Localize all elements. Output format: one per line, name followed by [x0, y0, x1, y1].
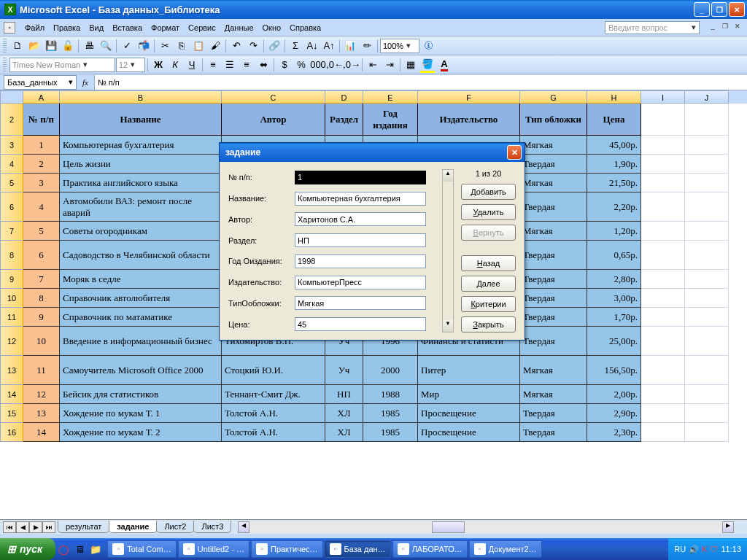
taskbar-item[interactable]: ▫Untitled2 - … [178, 540, 249, 558]
field-input-5[interactable] [295, 276, 426, 289]
merge-icon[interactable]: ⬌ [255, 57, 271, 73]
select-all-corner[interactable] [0, 90, 23, 104]
col-header-C[interactable]: C [222, 90, 325, 104]
bold-icon[interactable]: Ж [150, 57, 166, 73]
field-input-0[interactable] [295, 171, 426, 184]
cell[interactable] [685, 174, 729, 192]
paste-icon[interactable]: 📋 [190, 38, 206, 54]
cell[interactable]: Стоцкий Ю.И. [222, 356, 325, 385]
mdi-minimize[interactable]: _ [707, 23, 719, 33]
dec-indent-icon[interactable]: ⇤ [365, 57, 381, 73]
sheet-tab-Лист3[interactable]: Лист3 [193, 521, 231, 533]
taskbar-item[interactable]: ▫Total Com… [107, 540, 177, 558]
permission-icon[interactable]: 🔓 [60, 38, 76, 54]
maximize-button[interactable]: ❐ [711, 2, 727, 17]
cut-icon[interactable]: ✂ [157, 38, 173, 54]
cell[interactable]: 2 [23, 155, 60, 174]
menu-справка[interactable]: Справка [285, 22, 325, 34]
cell[interactable]: Бейсик для статистиков [60, 385, 222, 404]
redo-icon[interactable]: ↷ [245, 38, 261, 54]
cell[interactable]: Самоучитель Microsoft Office 2000 [60, 356, 222, 385]
cell[interactable]: 21,50р. [587, 174, 641, 192]
field-input-1[interactable] [295, 192, 426, 206]
zoom-combo[interactable]: 100% [380, 39, 419, 53]
table-header[interactable]: № п/п [23, 104, 60, 136]
preview-icon[interactable]: 🔍 [98, 38, 114, 54]
cell[interactable]: 2,90р. [587, 404, 641, 423]
cell[interactable]: 2,00р. [587, 385, 641, 404]
close-button[interactable]: ✕ [729, 2, 745, 17]
menu-файл[interactable]: Файл [20, 22, 49, 34]
cell[interactable]: Мягкая [520, 174, 587, 192]
system-tray[interactable]: RU 🔊 K 🛡 11:13 [668, 538, 747, 560]
font-color-icon[interactable]: А [436, 57, 452, 73]
col-header-D[interactable]: D [325, 90, 363, 104]
tray-icon[interactable]: 🔊 [689, 545, 699, 554]
col-header-J[interactable]: J [685, 90, 729, 104]
cell[interactable] [641, 308, 685, 327]
sheet-tab-Лист2[interactable]: Лист2 [156, 521, 194, 533]
menu-данные[interactable]: Данные [220, 22, 258, 34]
dialog-close-icon[interactable]: ✕ [507, 145, 522, 160]
sheet-first-icon[interactable]: ⏮ [3, 521, 16, 533]
cell[interactable]: Теннант-Смит Дж. [222, 385, 325, 404]
row-header[interactable]: 5 [0, 174, 23, 192]
cell[interactable]: 9 [23, 308, 60, 327]
dialog-scrollbar[interactable]: ▲▼ [442, 169, 454, 332]
cell[interactable]: Цель жизни [60, 155, 222, 174]
cell[interactable] [685, 104, 729, 136]
cell[interactable]: Советы огородникам [60, 222, 222, 241]
cell[interactable] [685, 241, 729, 270]
cell[interactable] [685, 222, 729, 241]
sheet-next-icon[interactable]: ▶ [29, 521, 42, 533]
cell[interactable] [641, 192, 685, 222]
field-input-3[interactable] [295, 233, 426, 247]
cell[interactable] [641, 404, 685, 423]
formula-input[interactable]: № п/п [94, 75, 747, 90]
cell[interactable]: 13 [23, 404, 60, 423]
align-left-icon[interactable]: ≡ [205, 57, 221, 73]
cell[interactable] [641, 385, 685, 404]
cell[interactable] [641, 270, 685, 289]
cell[interactable]: Хождение по мукам Т. 2 [60, 423, 222, 442]
dlg-btn-Вернуть[interactable]: Вернуть [461, 225, 516, 241]
autosum-icon[interactable]: Σ [287, 38, 303, 54]
open-icon[interactable]: 📂 [26, 38, 42, 54]
mdi-close[interactable]: ✕ [732, 23, 743, 33]
row-header[interactable]: 13 [0, 356, 23, 385]
cell[interactable]: Мягкая [520, 385, 587, 404]
align-right-icon[interactable]: ≡ [239, 57, 255, 73]
inc-indent-icon[interactable]: ⇥ [382, 57, 398, 73]
cell[interactable]: 2,20р. [587, 192, 641, 222]
inc-decimal-icon[interactable]: ,0← [327, 57, 343, 73]
cell[interactable]: Мягкая [520, 356, 587, 385]
cell[interactable]: 3 [23, 174, 60, 192]
cell[interactable]: 8 [23, 289, 60, 308]
cell[interactable]: Твердая [520, 155, 587, 174]
fill-color-icon[interactable]: 🪣 [419, 57, 436, 73]
cell[interactable]: 1,20р. [587, 222, 641, 241]
toolbar-grip[interactable] [3, 58, 7, 72]
mdi-restore[interactable]: ❐ [719, 23, 731, 33]
row-header[interactable]: 11 [0, 308, 23, 327]
row-header[interactable]: 15 [0, 404, 23, 423]
cell[interactable] [685, 192, 729, 222]
quicklaunch-opera-icon[interactable]: ◯ [57, 542, 70, 556]
help-search[interactable]: Введите вопрос [605, 21, 700, 34]
dec-decimal-icon[interactable]: ,0→ [344, 57, 360, 73]
field-input-6[interactable] [295, 296, 426, 310]
cell[interactable]: 2000 [363, 356, 418, 385]
cell[interactable] [641, 155, 685, 174]
table-header[interactable]: Тип обложки [520, 104, 587, 136]
cell[interactable]: 4 [23, 192, 60, 222]
cell[interactable]: Мягкая [520, 136, 587, 155]
sort-desc-icon[interactable]: A↑ [321, 38, 337, 54]
cell[interactable]: Твердая [520, 289, 587, 308]
dlg-btn-Закрыть[interactable]: Закрыть [461, 316, 516, 332]
cell[interactable]: Садоводство в Челябинской области [60, 241, 222, 270]
cell[interactable]: Справочник автолюбителя [60, 289, 222, 308]
field-input-7[interactable] [295, 317, 426, 331]
fx-icon[interactable]: fx [82, 78, 88, 87]
table-header[interactable]: Название [60, 104, 222, 136]
cell[interactable]: Моряк в седле [60, 270, 222, 289]
